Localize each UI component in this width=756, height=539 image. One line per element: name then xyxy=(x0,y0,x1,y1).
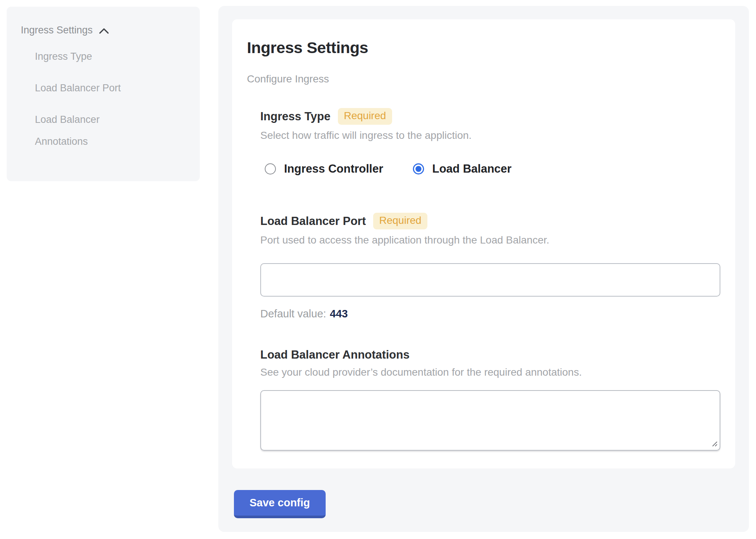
lb-annotations-description: See your cloud provider’s documentation … xyxy=(260,366,720,378)
sidebar-group-ingress-settings[interactable]: Ingress Settings xyxy=(21,24,189,36)
radio-label-load-balancer[interactable]: Load Balancer xyxy=(432,162,512,176)
settings-nav-sidebar: Ingress Settings Ingress Type Load Balan… xyxy=(7,7,200,181)
form-sections: Ingress Type Required Select how traffic… xyxy=(260,108,720,451)
load-balancer-port-input[interactable] xyxy=(260,263,720,297)
section-load-balancer-annotations: Load Balancer Annotations See your cloud… xyxy=(260,348,720,451)
default-value-hint: Default value:443 xyxy=(260,308,720,320)
save-config-button[interactable]: Save config xyxy=(234,490,326,518)
sidebar-item-load-balancer-annotations[interactable]: Load Balancer Annotations xyxy=(35,109,150,153)
radio-unselected-icon[interactable] xyxy=(265,163,276,174)
page-subtitle: Configure Ingress xyxy=(247,73,720,85)
sidebar-item-ingress-type[interactable]: Ingress Type xyxy=(35,46,150,68)
sidebar-group-label: Ingress Settings xyxy=(21,24,93,36)
ingress-type-radio-group: Ingress Controller Load Balancer xyxy=(265,162,720,176)
section-ingress-type: Ingress Type Required Select how traffic… xyxy=(260,108,720,176)
radio-label-ingress-controller[interactable]: Ingress Controller xyxy=(284,162,383,176)
sidebar-items: Ingress Type Load Balancer Port Load Bal… xyxy=(21,46,189,153)
ingress-type-label-row: Ingress Type Required xyxy=(260,108,720,125)
settings-panel: Ingress Settings Configure Ingress Ingre… xyxy=(218,6,749,532)
radio-option-ingress-controller[interactable]: Ingress Controller xyxy=(265,162,383,176)
annotations-textarea-wrap xyxy=(260,390,720,451)
lb-port-description: Port used to access the application thro… xyxy=(260,234,720,246)
radio-selected-icon[interactable] xyxy=(413,163,424,174)
section-load-balancer-port: Load Balancer Port Required Port used to… xyxy=(260,213,720,320)
ingress-settings-card: Ingress Settings Configure Ingress Ingre… xyxy=(232,19,735,468)
sidebar-item-load-balancer-port[interactable]: Load Balancer Port xyxy=(35,77,150,99)
ingress-type-label: Ingress Type xyxy=(260,110,330,123)
chevron-up-icon xyxy=(99,27,109,34)
lb-port-label-row: Load Balancer Port Required xyxy=(260,213,720,229)
required-badge: Required xyxy=(338,108,392,125)
lb-annotations-label: Load Balancer Annotations xyxy=(260,348,410,362)
lb-port-label: Load Balancer Port xyxy=(260,215,366,228)
lb-annotations-label-row: Load Balancer Annotations xyxy=(260,348,720,362)
default-value: 443 xyxy=(330,308,348,320)
page-title: Ingress Settings xyxy=(247,39,720,57)
default-value-label: Default value: xyxy=(260,308,326,320)
ingress-type-description: Select how traffic will ingress to the a… xyxy=(260,130,720,141)
load-balancer-annotations-textarea[interactable] xyxy=(260,390,720,451)
radio-option-load-balancer[interactable]: Load Balancer xyxy=(413,162,512,176)
required-badge: Required xyxy=(373,213,427,229)
